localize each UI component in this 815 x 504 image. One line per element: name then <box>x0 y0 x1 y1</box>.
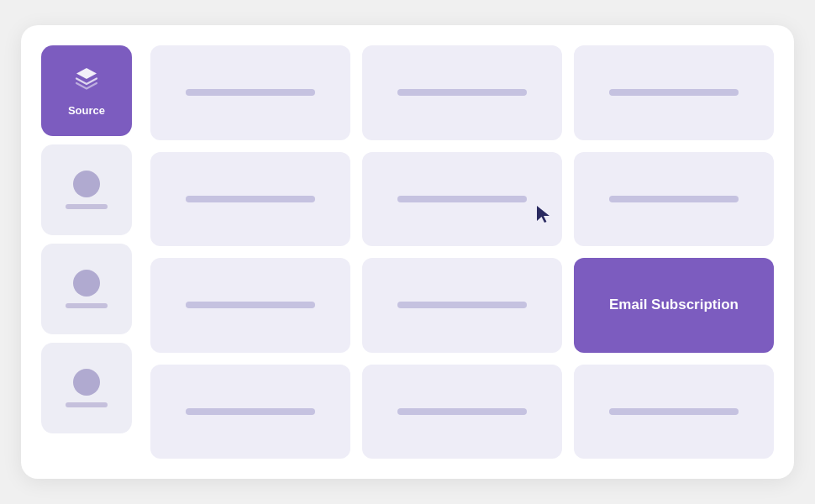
card-bar <box>186 302 316 308</box>
grid-card-r4c2[interactable] <box>362 365 562 459</box>
grid-card-r1c2[interactable] <box>362 45 562 140</box>
card-bar <box>186 196 316 202</box>
grid-card-r2c1[interactable] <box>150 152 350 247</box>
card-bar <box>186 89 316 96</box>
avatar-bar-3 <box>66 402 108 407</box>
app-container: Source <box>21 25 794 479</box>
card-bar <box>397 408 528 415</box>
card-bar <box>397 196 528 202</box>
avatar-bar-2 <box>66 303 108 308</box>
sidebar-item-user3[interactable] <box>41 343 132 433</box>
sidebar-source-label: Source <box>68 104 105 117</box>
card-bar <box>397 302 528 308</box>
avatar-bar-1 <box>66 204 108 209</box>
grid-card-r2c2[interactable] <box>362 152 562 247</box>
card-bar <box>609 196 739 202</box>
grid-card-email-subscription[interactable]: Email Subscription <box>574 258 774 353</box>
grid-card-r2c3[interactable] <box>574 152 774 247</box>
grid-card-r3c2[interactable] <box>362 258 562 353</box>
sidebar: Source <box>41 45 134 459</box>
grid-card-r1c3[interactable] <box>574 45 774 140</box>
email-subscription-label: Email Subscription <box>599 297 749 313</box>
sidebar-item-user2[interactable] <box>41 244 132 334</box>
avatar-2 <box>73 270 100 297</box>
sidebar-item-source[interactable]: Source <box>41 45 132 136</box>
card-bar <box>186 408 316 415</box>
layers-icon <box>73 65 100 97</box>
card-bar <box>609 408 739 415</box>
avatar-1 <box>73 171 100 197</box>
grid-card-r1c1[interactable] <box>150 45 350 140</box>
cursor-icon <box>535 204 554 231</box>
sidebar-item-user1[interactable] <box>41 144 132 235</box>
card-bar <box>609 89 739 96</box>
main-grid: Email Subscription <box>150 45 774 459</box>
grid-card-r4c3[interactable] <box>574 365 774 459</box>
grid-card-r3c1[interactable] <box>150 258 350 353</box>
avatar-3 <box>73 369 100 396</box>
grid-card-r4c1[interactable] <box>150 365 350 459</box>
card-bar <box>397 89 528 96</box>
